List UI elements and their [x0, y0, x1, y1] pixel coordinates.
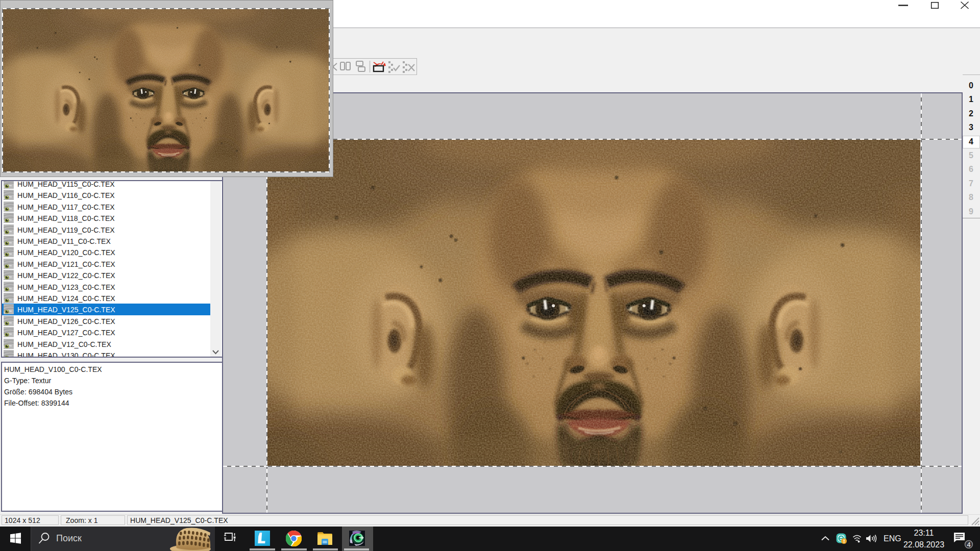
- svg-text:4: 4: [967, 541, 970, 548]
